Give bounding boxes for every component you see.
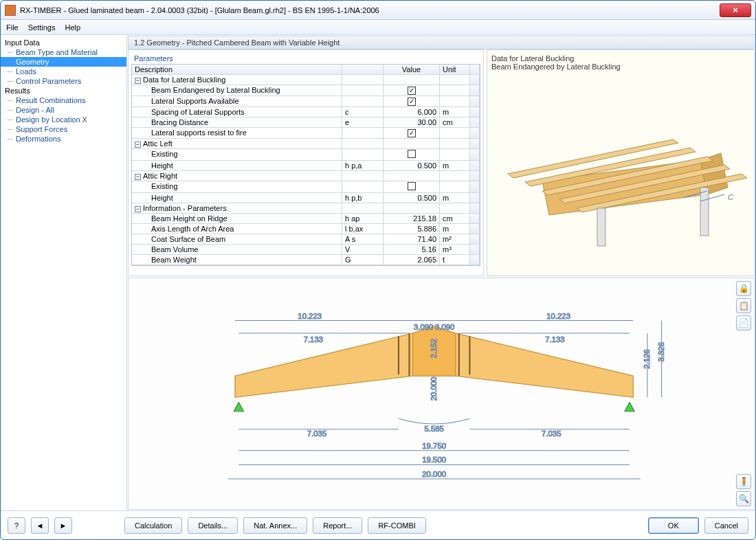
sidebar-tree: Input Data Beam Type and Material Geomet… — [1, 35, 127, 510]
tree-control[interactable]: Control Parameters — [1, 76, 126, 86]
svg-marker-14 — [456, 333, 634, 397]
info-line2: Beam Endangered by Lateral Buckling — [491, 63, 750, 71]
calculation-button[interactable]: Calculation — [124, 517, 182, 534]
lock-icon[interactable]: 🔒 — [736, 281, 751, 296]
col-unit: Unit — [440, 65, 470, 75]
col-description: Description — [132, 65, 342, 75]
tree-deformations[interactable]: Deformations — [1, 134, 126, 144]
expand-icon[interactable]: − — [135, 206, 141, 212]
expand-icon[interactable]: − — [135, 142, 141, 148]
menubar: File Settings Help — [1, 20, 755, 35]
row-al-exist: Existing — [132, 149, 342, 161]
help-button[interactable]: ? — [8, 517, 25, 534]
chk-fire[interactable] — [408, 129, 416, 137]
beam-diagram[interactable]: 10.223 3.090 3.090 10.223 7.133 7.133 2.… — [128, 278, 755, 510]
col-value: Value — [383, 65, 440, 75]
parameters-label: Parameters — [131, 53, 480, 64]
svg-text:7.133: 7.133 — [545, 335, 564, 344]
zoom-icon[interactable]: 🔍 — [736, 491, 751, 506]
tree-design-all[interactable]: Design - All — [1, 105, 126, 115]
chk-endangered[interactable] — [408, 87, 416, 95]
menu-settings[interactable]: Settings — [28, 23, 56, 32]
info-panel: Data for Lateral Buckling Beam Endangere… — [487, 49, 755, 276]
details-button[interactable]: Details... — [188, 517, 238, 534]
chk-ar-exist[interactable] — [408, 182, 416, 190]
svg-text:20.000: 20.000 — [422, 470, 446, 478]
svg-marker-21 — [625, 402, 634, 411]
row-volume: Beam Volume — [132, 245, 342, 255]
row-fire: Lateral supports resist to fire — [132, 128, 342, 139]
row-spacing: Spacing of Lateral Supports — [132, 107, 342, 117]
svg-text:7.133: 7.133 — [304, 335, 323, 344]
svg-text:5.585: 5.585 — [424, 425, 443, 433]
svg-rect-8 — [597, 208, 605, 246]
chk-supports[interactable] — [408, 98, 416, 106]
svg-text:3.090: 3.090 — [414, 323, 433, 331]
svg-text:20.000: 20.000 — [430, 377, 438, 401]
section-title: 1.2 Geometry - Pitched Cambered Beam wit… — [128, 36, 755, 49]
group-info: Information - Parameters — [143, 204, 227, 212]
nat-annex-button[interactable]: Nat. Annex... — [243, 517, 307, 534]
isometric-illustration: C — [494, 91, 748, 256]
app-icon — [5, 5, 16, 16]
svg-text:3.326: 3.326 — [657, 342, 665, 361]
info-line1: Data for Lateral Buckling — [491, 54, 750, 63]
row-supports: Lateral Supports Available — [132, 96, 342, 107]
tree-loads[interactable]: Loads — [1, 67, 126, 76]
expand-icon[interactable]: − — [135, 174, 141, 180]
tree-beam-type[interactable]: Beam Type and Material — [1, 47, 126, 57]
svg-text:3.090: 3.090 — [435, 323, 454, 331]
next-button[interactable]: ► — [54, 517, 72, 534]
prev-button[interactable]: ◄ — [31, 517, 49, 534]
svg-marker-20 — [234, 402, 243, 411]
svg-text:C: C — [728, 193, 733, 201]
val-al-height[interactable]: 0.500 — [383, 161, 440, 171]
group-attic-left: Attic Left — [143, 139, 173, 148]
val-bracing[interactable]: 30.00 — [383, 117, 440, 128]
row-al-height: Height — [132, 161, 342, 171]
group-lateral: Data for Lateral Buckling — [143, 76, 225, 84]
row-coat: Coat Surface of Beam — [132, 234, 342, 245]
report-button[interactable]: Report... — [313, 517, 362, 534]
ok-button[interactable]: OK — [648, 517, 699, 534]
row-endangered: Beam Endangered by Lateral Buckling — [132, 85, 342, 96]
svg-text:19.750: 19.750 — [422, 442, 446, 450]
svg-text:10.223: 10.223 — [546, 312, 570, 320]
paste-icon[interactable]: 📄 — [736, 315, 751, 330]
tree-design-location[interactable]: Design by Location X — [1, 115, 126, 124]
person-icon[interactable]: 🧍 — [736, 474, 751, 489]
svg-text:7.035: 7.035 — [542, 429, 561, 438]
titlebar: RX-TIMBER - Glued laminated beam - 2.04.… — [1, 1, 755, 20]
row-bracing: Bracing Distance — [132, 117, 342, 128]
group-attic-right: Attic Right — [143, 172, 177, 180]
svg-text:2.126: 2.126 — [643, 349, 651, 368]
row-weight: Beam Weight — [132, 255, 342, 265]
row-ar-exist: Existing — [132, 181, 342, 193]
bottom-bar: ? ◄ ► Calculation Details... Nat. Annex.… — [1, 510, 755, 539]
val-spacing[interactable]: 6.000 — [383, 107, 440, 117]
menu-file[interactable]: File — [6, 23, 19, 32]
tree-support-forces[interactable]: Support Forces — [1, 124, 126, 134]
tree-results[interactable]: Results — [1, 86, 126, 95]
row-axis: Axis Length of Arch Area — [132, 224, 342, 234]
tree-geometry[interactable]: Geometry — [1, 57, 126, 67]
svg-text:10.223: 10.223 — [298, 312, 322, 320]
cancel-button[interactable]: Cancel — [704, 517, 748, 534]
parameters-grid: Description Value Unit −Data for Lateral… — [131, 64, 480, 266]
svg-rect-7 — [700, 188, 709, 236]
window-title: RX-TIMBER - Glued laminated beam - 2.04.… — [20, 6, 720, 14]
svg-text:2.152: 2.152 — [430, 339, 438, 358]
expand-icon[interactable]: − — [135, 78, 141, 84]
svg-text:7.035: 7.035 — [307, 429, 326, 438]
chk-al-exist[interactable] — [408, 150, 416, 158]
val-ar-height[interactable]: 0.500 — [383, 193, 440, 203]
tree-combinations[interactable]: Result Combinations — [1, 95, 126, 105]
copy-icon[interactable]: 📋 — [736, 298, 751, 313]
rf-combi-button[interactable]: RF-COMBI — [368, 517, 425, 534]
menu-help[interactable]: Help — [65, 23, 80, 32]
parameters-panel: Parameters Description Value Unit −Data … — [128, 49, 484, 276]
row-ar-height: Height — [132, 193, 342, 203]
svg-text:19.500: 19.500 — [422, 455, 446, 464]
tree-input-data[interactable]: Input Data — [1, 38, 126, 47]
close-button[interactable]: × — [720, 3, 751, 17]
